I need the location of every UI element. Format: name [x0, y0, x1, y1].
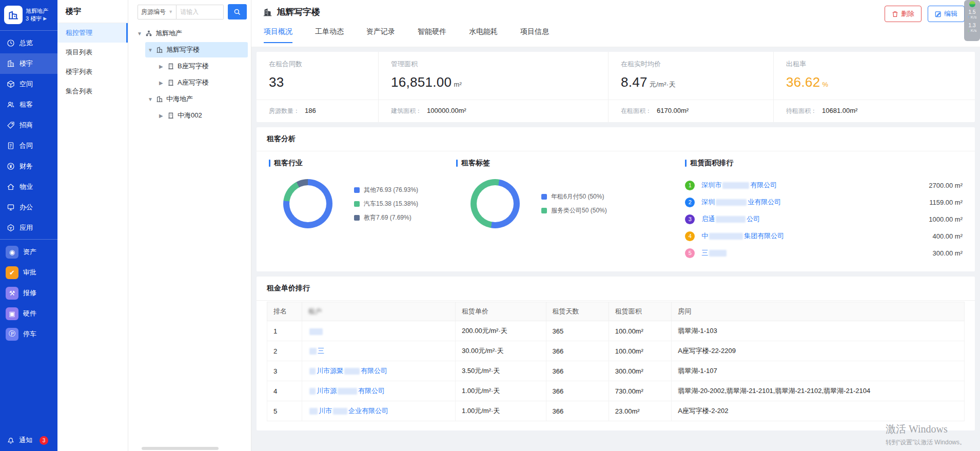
- sidebar-item-space[interactable]: 空间: [0, 74, 57, 94]
- page-title: 旭辉写字楼: [277, 6, 320, 18]
- stat-managed-area: 管理面积 16,851.00m²: [379, 52, 609, 100]
- tree-node-zhonghai-group[interactable]: ▼ 中海地产: [145, 91, 248, 107]
- org-icon: [145, 30, 152, 37]
- industry-donut-chart: [283, 179, 332, 228]
- sidebar-item-tenants[interactable]: 租客: [0, 94, 57, 115]
- tenant-link[interactable]: 川市源有限公司: [308, 387, 385, 395]
- horizontal-scrollbar[interactable]: [142, 447, 219, 450]
- caret-down-icon[interactable]: ▼: [148, 96, 155, 102]
- rank-badge: 4: [685, 231, 695, 241]
- sidebar-item-label: 报修: [23, 288, 36, 298]
- rent-price-ranking-card: 租金单价排行 排名 租户 租赁单价 租赁天数 租赁面积 房间: [257, 277, 975, 430]
- sidebar-item-repairs[interactable]: ⚒ 报修: [0, 283, 57, 303]
- legend-item[interactable]: 年租6月付50 (50%): [541, 192, 607, 201]
- caret-right-icon[interactable]: ▶: [159, 80, 166, 86]
- tree-panel: 房源编号 ▼ ▼ 旭辉地产 ▼ 旭辉写字楼 ▶: [128, 0, 251, 451]
- tab-utilities[interactable]: 水电能耗: [469, 27, 498, 43]
- sidebar-item-approvals[interactable]: ✔ 审批: [0, 262, 57, 283]
- tree-node-label: 中海002: [178, 111, 202, 120]
- sidebar-item-leasing[interactable]: 招商: [0, 115, 57, 135]
- submenu-item-collection-list[interactable]: 集合列表: [57, 82, 128, 101]
- caret-right-icon[interactable]: ▶: [159, 64, 166, 69]
- sidebar-item-hardware[interactable]: ▣ 硬件: [0, 303, 57, 324]
- tenant-link[interactable]: 启通公司: [701, 214, 924, 224]
- tree-node-zhonghai-002[interactable]: ▶ 中海002: [156, 108, 248, 123]
- chevron-down-icon: ▼: [168, 9, 173, 14]
- rank-cell: 3: [267, 361, 302, 381]
- caret-right-icon[interactable]: ▶: [159, 113, 166, 119]
- org-switcher[interactable]: 旭辉地产 3 楼宇 ▶: [0, 0, 57, 29]
- price-cell: 1.00元/m²·天: [455, 381, 546, 401]
- network-speed-widget[interactable]: 1.5 ↑ K/s 1.3 ↓ K/s: [964, 0, 980, 41]
- sidebar-item-property[interactable]: 物业: [0, 177, 57, 197]
- finance-yen-icon: [7, 162, 15, 170]
- legend-item[interactable]: 教育7.69 (7.69%): [354, 213, 418, 222]
- substat-room-count: 房源数量：186: [257, 100, 379, 122]
- legend-item[interactable]: 服务类公司50 (50%): [541, 206, 607, 215]
- search-field-select[interactable]: 房源编号 ▼: [138, 5, 177, 19]
- caret-down-icon[interactable]: ▼: [137, 31, 144, 36]
- stats-card: 在租合同数 33 管理面积 16,851.00m² 在租实时均价 8.47元/m…: [257, 52, 975, 122]
- tab-asset-records[interactable]: 资产记录: [366, 27, 395, 43]
- stat-value: 16,851.00: [391, 74, 452, 90]
- ranking-row: 4 中集团有限公司 400.00 m²: [685, 230, 963, 242]
- edit-button[interactable]: 编辑: [928, 6, 965, 22]
- redacted-text: [709, 250, 727, 257]
- upload-speed-value: 1.5: [969, 9, 976, 15]
- area-cell: 100.00m²: [609, 321, 671, 341]
- redacted-text: [309, 368, 316, 375]
- building-icon: [156, 46, 163, 53]
- rooms-cell: 翡翠湖-1-107: [672, 361, 965, 381]
- sidebar-item-buildings[interactable]: 楼宇: [0, 53, 57, 74]
- ranking-row: 1 深圳市有限公司 2700.00 m²: [685, 179, 963, 191]
- legend-item[interactable]: 其他76.93 (76.93%): [354, 186, 418, 194]
- building-icon: [167, 79, 174, 86]
- ranking-row: 2 深圳业有限公司 1159.00 m²: [685, 196, 963, 208]
- tenant-link[interactable]: 深圳市有限公司: [701, 181, 924, 190]
- section-title: 租客行业: [274, 159, 303, 168]
- org-expand-icon[interactable]: ▶: [43, 15, 47, 23]
- tab-project-info[interactable]: 项目信息: [520, 27, 549, 43]
- search-button[interactable]: [228, 4, 247, 19]
- submenu-item-project-list[interactable]: 项目列表: [57, 43, 128, 62]
- org-building-count: 3 楼宇: [26, 15, 42, 23]
- sidebar-item-overview[interactable]: 总览: [0, 33, 57, 53]
- tree-node-tower-a[interactable]: ▶ A座写字楼: [156, 75, 248, 90]
- tab-work-orders[interactable]: 工单动态: [315, 27, 344, 43]
- sidebar-item-parking[interactable]: Ⓟ 停车: [0, 324, 57, 344]
- search-input[interactable]: [177, 5, 224, 19]
- tab-bar: 项目概况 工单动态 资产记录 智能硬件 水电能耗 项目信息: [251, 18, 980, 43]
- rank-cell: 4: [267, 381, 302, 401]
- tenant-link[interactable]: 深圳业有限公司: [701, 198, 924, 207]
- submenu-title: 楼宇: [57, 0, 128, 23]
- tenant-link[interactable]: [308, 327, 324, 335]
- tenant-link[interactable]: 三: [308, 347, 324, 355]
- tenant-link[interactable]: 川市企业有限公司: [308, 407, 388, 415]
- ranking-row: 5 三 300.00 m²: [685, 247, 963, 259]
- sidebar-item-contracts[interactable]: 合同: [0, 135, 57, 156]
- sidebar-item-assets[interactable]: ◉ 资产: [0, 242, 57, 262]
- redacted-text: [716, 216, 746, 223]
- rooms-cell: A座写字楼-22-2209: [672, 341, 965, 361]
- delete-button[interactable]: 删除: [885, 6, 922, 22]
- tenant-link[interactable]: 中集团有限公司: [701, 231, 927, 241]
- submenu-item-building-list[interactable]: 楼宇列表: [57, 62, 128, 82]
- submenu-panel: 楼宇 租控管理 项目列表 楼宇列表 集合列表: [57, 0, 128, 451]
- submenu-item-rent-control[interactable]: 租控管理: [57, 23, 128, 43]
- tenant-link[interactable]: 川市源聚有限公司: [308, 367, 387, 375]
- tab-smart-hardware[interactable]: 智能硬件: [418, 27, 446, 43]
- tree-node-xuhui-office[interactable]: ▼ 旭辉写字楼: [145, 42, 248, 57]
- legend-item[interactable]: 汽车15.38 (15.38%): [354, 200, 418, 208]
- tenant-industry-section: 租客行业 其他76.93 (76.93%) 汽车15.38 (15.38%) 教…: [269, 159, 456, 259]
- tree-node-xuhui-group[interactable]: ▼ 旭辉地产: [134, 26, 248, 41]
- sidebar-item-apps[interactable]: 应用: [0, 218, 57, 238]
- sidebar-item-office[interactable]: 办公: [0, 197, 57, 218]
- tree-node-tower-b[interactable]: ▶ B座写字楼: [156, 58, 248, 74]
- sidebar-item-finance[interactable]: 财务: [0, 156, 57, 177]
- tenant-link[interactable]: 三: [701, 248, 927, 258]
- tree-node-label: 旭辉写字楼: [166, 45, 200, 54]
- caret-down-icon[interactable]: ▼: [148, 47, 155, 53]
- tab-project-overview[interactable]: 项目概况: [264, 27, 292, 43]
- rooms-cell: A座写字楼-2-202: [672, 401, 965, 421]
- sidebar-item-notifications[interactable]: 通知 3: [0, 436, 57, 445]
